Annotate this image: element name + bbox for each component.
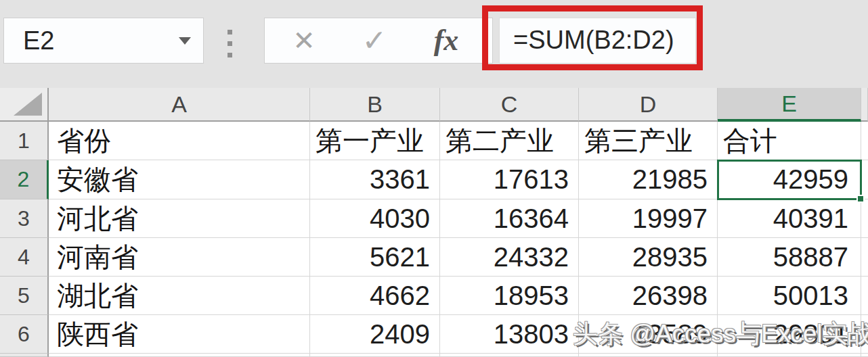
separator-dots-icon xyxy=(227,30,232,57)
cell-B6[interactable]: 2409 xyxy=(310,315,440,354)
row-header-5[interactable]: 5 xyxy=(0,277,49,315)
excel-window: E2 ✕ ✓ fx =SUM(B2:D2) A B C D E 1 省份 第一产… xyxy=(0,0,868,357)
cell-A5[interactable]: 湖北省 xyxy=(49,277,310,315)
row-header-2[interactable]: 2 xyxy=(0,160,49,199)
enter-icon[interactable]: ✓ xyxy=(354,18,395,63)
name-box[interactable]: E2 xyxy=(3,18,204,64)
cell-A3[interactable]: 河北省 xyxy=(49,199,310,238)
formula-bar-area: E2 ✕ ✓ fx =SUM(B2:D2) xyxy=(0,0,868,88)
cell-E4[interactable]: 58887 xyxy=(718,238,861,277)
cell-sliver xyxy=(861,315,868,354)
cell-C1[interactable]: 第二产业 xyxy=(440,122,579,160)
cell-C6[interactable]: 13803 xyxy=(440,315,579,354)
column-header-b[interactable]: B xyxy=(310,88,440,122)
cell-C2[interactable]: 17613 xyxy=(440,160,579,199)
table-row-partial xyxy=(0,354,868,357)
column-header-sliver xyxy=(861,88,868,122)
cell-A1[interactable]: 省份 xyxy=(49,122,310,160)
highlight-box xyxy=(482,5,703,70)
cell-E3[interactable]: 40391 xyxy=(718,199,861,238)
cell-A2[interactable]: 安徽省 xyxy=(49,160,310,199)
cell-D4[interactable]: 28935 xyxy=(579,238,718,277)
cell-C5[interactable]: 18953 xyxy=(440,277,579,315)
cell-B2[interactable]: 3361 xyxy=(310,160,440,199)
cell-E1[interactable]: 合计 xyxy=(718,122,861,160)
table-row: 5 湖北省 4662 18953 26398 50013 xyxy=(0,277,868,315)
row-header-1[interactable]: 1 xyxy=(0,122,49,160)
formula-toolbar: ✕ ✓ fx xyxy=(264,18,493,64)
cancel-icon[interactable]: ✕ xyxy=(284,18,324,63)
cell-D6[interactable]: 13589 xyxy=(579,315,718,354)
cell-sliver xyxy=(861,238,868,277)
select-all-button[interactable] xyxy=(0,88,49,122)
column-header-e[interactable]: E xyxy=(718,88,861,122)
name-box-value: E2 xyxy=(23,18,54,63)
column-header-row: A B C D E xyxy=(0,88,868,122)
row-header-4[interactable]: 4 xyxy=(0,238,49,277)
column-header-d[interactable]: D xyxy=(579,88,718,122)
cell-E2-selected[interactable]: 42959 xyxy=(718,160,861,199)
column-header-c[interactable]: C xyxy=(440,88,579,122)
row-header-7-partial[interactable] xyxy=(0,354,49,357)
cell-B5[interactable]: 4662 xyxy=(310,277,440,315)
cell-B3[interactable]: 4030 xyxy=(310,199,440,238)
table-row: 3 河北省 4030 16364 19997 40391 xyxy=(0,199,868,238)
name-box-dropdown-icon[interactable] xyxy=(179,37,191,45)
select-all-triangle-icon xyxy=(14,93,42,116)
row-header-3[interactable]: 3 xyxy=(0,199,49,238)
cell-A6[interactable]: 陕西省 xyxy=(49,315,310,354)
cell-sliver xyxy=(861,160,868,199)
cell-D5[interactable]: 26398 xyxy=(579,277,718,315)
cell-A4[interactable]: 河南省 xyxy=(49,238,310,277)
cell-E5[interactable]: 50013 xyxy=(718,277,861,315)
row-header-6[interactable]: 6 xyxy=(0,315,49,354)
cell-D2[interactable]: 21985 xyxy=(579,160,718,199)
cell-C3[interactable]: 16364 xyxy=(440,199,579,238)
cell-E6[interactable]: 29801 xyxy=(718,315,861,354)
cell-sliver xyxy=(861,122,868,160)
table-row: 1 省份 第一产业 第二产业 第三产业 合计 xyxy=(0,122,868,160)
cell-sliver xyxy=(861,277,868,315)
insert-function-icon[interactable]: fx xyxy=(426,18,466,63)
cell-D1[interactable]: 第三产业 xyxy=(579,122,718,160)
cell-B1[interactable]: 第一产业 xyxy=(310,122,440,160)
cell-C4[interactable]: 24332 xyxy=(440,238,579,277)
cell-D3[interactable]: 19997 xyxy=(579,199,718,238)
spreadsheet-grid: A B C D E 1 省份 第一产业 第二产业 第三产业 合计 2 安徽省 3… xyxy=(0,88,868,357)
table-row: 6 陕西省 2409 13803 13589 29801 xyxy=(0,315,868,354)
cell-sliver xyxy=(861,199,868,238)
cell-B4[interactable]: 5621 xyxy=(310,238,440,277)
table-row: 2 安徽省 3361 17613 21985 42959 xyxy=(0,160,868,199)
column-header-a[interactable]: A xyxy=(49,88,310,122)
table-row: 4 河南省 5621 24332 28935 58887 xyxy=(0,238,868,277)
